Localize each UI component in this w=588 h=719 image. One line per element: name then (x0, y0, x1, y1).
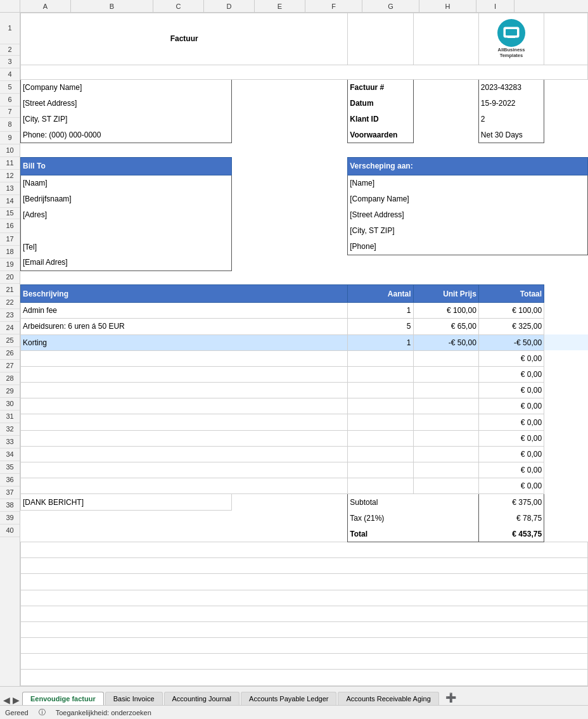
col-header-i[interactable]: I (476, 0, 514, 12)
col-header-g[interactable]: G (362, 0, 419, 12)
unit-22[interactable] (413, 383, 478, 398)
desc-26[interactable] (21, 446, 348, 462)
aantal-27[interactable] (348, 462, 413, 478)
total-17[interactable]: € 100,00 (478, 303, 544, 319)
row-num-13[interactable]: 13 (0, 182, 20, 195)
unit-24[interactable] (413, 414, 478, 430)
invoice-title[interactable]: Factuur (21, 13, 348, 65)
aantal-24[interactable] (348, 414, 413, 430)
col-header-b[interactable]: B (71, 0, 153, 12)
desc-28[interactable] (21, 478, 348, 494)
ship-adres[interactable]: [Street Address] (348, 207, 588, 223)
desc-21[interactable] (21, 366, 348, 382)
row-num-30[interactable]: 30 (0, 398, 20, 410)
unit-18[interactable]: € 65,00 (413, 319, 478, 334)
row-num-32[interactable]: 32 (0, 423, 20, 436)
row-num-20[interactable]: 20 (0, 271, 20, 284)
aantal-23[interactable] (348, 398, 413, 414)
row-num-37[interactable]: 37 (0, 487, 20, 499)
desc-20[interactable] (21, 350, 348, 366)
company-street[interactable]: [Street Address] (21, 95, 232, 111)
aantal-26[interactable] (348, 446, 413, 462)
row-num-14[interactable]: 14 (0, 195, 20, 208)
company-city[interactable]: [City, ST ZIP] (21, 111, 232, 127)
ship-city[interactable]: [City, ST ZIP] (348, 223, 588, 239)
status-toegankelijkheid[interactable]: Toegankelijkheid: onderzoeken (56, 709, 151, 716)
row-num-39[interactable]: 39 (0, 512, 20, 525)
row-num-2[interactable]: 2 (0, 44, 20, 56)
total-19[interactable]: -€ 50,00 (478, 334, 544, 350)
dank-bericht[interactable]: [DANK BERICHT] (21, 494, 232, 510)
row-num-31[interactable]: 31 (0, 410, 20, 423)
row-num-1[interactable]: 1 (0, 13, 20, 44)
tab-accounts-receivable[interactable]: Accounts Receivable Aging (338, 692, 438, 705)
row-num-9[interactable]: 9 (0, 132, 20, 144)
bill-tel[interactable]: [Tel] (21, 239, 232, 255)
total-23[interactable]: € 0,00 (478, 398, 544, 414)
unit-26[interactable] (413, 446, 478, 462)
unit-23[interactable] (413, 398, 478, 414)
total-28[interactable]: € 0,00 (478, 478, 544, 494)
col-header-f[interactable]: F (305, 0, 362, 12)
unit-27[interactable] (413, 462, 478, 478)
desc-24[interactable] (21, 414, 348, 430)
desc-23[interactable] (21, 398, 348, 414)
desc-17[interactable]: Admin fee (21, 303, 348, 319)
row-num-19[interactable]: 19 (0, 258, 20, 271)
company-name[interactable]: [Company Name] (21, 79, 232, 95)
row-num-29[interactable]: 29 (0, 385, 20, 398)
total-25[interactable]: € 0,00 (478, 430, 544, 446)
row-num-28[interactable]: 28 (0, 372, 20, 385)
tab-accounts-payable[interactable]: Accounts Payable Ledger (241, 692, 336, 705)
aantal-19[interactable]: 1 (348, 334, 413, 350)
aantal-28[interactable] (348, 478, 413, 494)
row-num-4[interactable]: 4 (0, 68, 20, 81)
tab-eenvoudige-factuur[interactable]: Eenvoudige factuur (22, 692, 104, 705)
row-num-21[interactable]: 21 (0, 284, 20, 296)
voorwaarden-value[interactable]: Net 30 Days (478, 127, 544, 143)
aantal-25[interactable] (348, 430, 413, 446)
factuur-value[interactable]: 2023-43283 (478, 79, 544, 95)
row-num-17[interactable]: 17 (0, 233, 20, 246)
sheet-nav-right[interactable]: ▶ (13, 695, 20, 705)
row-num-18[interactable]: 18 (0, 246, 20, 258)
row-num-26[interactable]: 26 (0, 347, 20, 360)
tab-accounting-journal[interactable]: Accounting Journal (164, 692, 240, 705)
ship-phone[interactable]: [Phone] (348, 239, 588, 255)
row-num-22[interactable]: 22 (0, 296, 20, 309)
company-phone[interactable]: Phone: (000) 000-0000 (21, 127, 232, 143)
row-num-27[interactable]: 27 (0, 360, 20, 372)
row-num-8[interactable]: 8 (0, 118, 20, 132)
row-num-34[interactable]: 34 (0, 449, 20, 461)
col-header-e[interactable]: E (255, 0, 305, 12)
row-num-35[interactable]: 35 (0, 461, 20, 474)
bill-adres[interactable]: [Adres] (21, 207, 232, 223)
sheet-nav-left[interactable]: ◀ (3, 695, 10, 705)
row-num-15[interactable]: 15 (0, 208, 20, 219)
row-num-16[interactable]: 16 (0, 219, 20, 233)
row-num-11[interactable]: 11 (0, 157, 20, 170)
unit-21[interactable] (413, 366, 478, 382)
ship-bedrijf[interactable]: [Company Name] (348, 191, 588, 207)
tab-basic-invoice[interactable]: Basic Invoice (105, 692, 163, 705)
aantal-22[interactable] (348, 383, 413, 398)
col-header-a[interactable]: A (20, 0, 71, 12)
total-22[interactable]: € 0,00 (478, 383, 544, 398)
row-num-12[interactable]: 12 (0, 170, 20, 182)
row-num-25[interactable]: 25 (0, 334, 20, 347)
desc-27[interactable] (21, 462, 348, 478)
bill-naam[interactable]: [Naam] (21, 175, 232, 191)
total-21[interactable]: € 0,00 (478, 366, 544, 382)
desc-19[interactable]: Korting (21, 334, 348, 350)
row-num-38[interactable]: 38 (0, 499, 20, 512)
aantal-17[interactable]: 1 (348, 303, 413, 319)
unit-25[interactable] (413, 430, 478, 446)
desc-25[interactable] (21, 430, 348, 446)
unit-28[interactable] (413, 478, 478, 494)
row-num-7[interactable]: 7 (0, 106, 20, 118)
unit-19[interactable]: -€ 50,00 (413, 334, 478, 350)
row-num-24[interactable]: 24 (0, 322, 20, 334)
aantal-20[interactable] (348, 350, 413, 366)
unit-20[interactable] (413, 350, 478, 366)
ship-naam[interactable]: [Name] (348, 175, 588, 191)
